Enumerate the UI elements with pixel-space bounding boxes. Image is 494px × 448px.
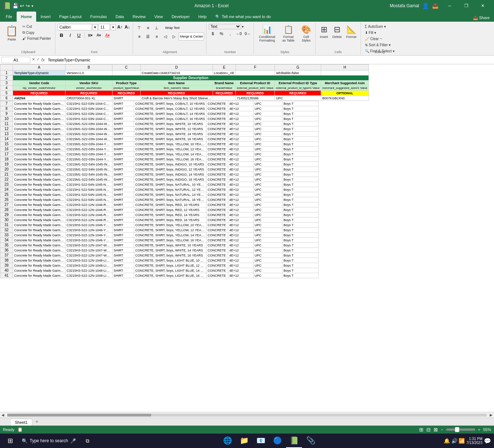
cell-H8[interactable]: Boys T — [282, 106, 319, 111]
cell-B36[interactable]: C3215H3-S22-12N-1047-WHITE-14 YEARS — [65, 248, 112, 253]
cell-G31[interactable]: UPC — [254, 223, 282, 228]
cell-G29[interactable]: UPC — [254, 212, 282, 217]
cell-F34[interactable]: 4E+12 — [228, 238, 254, 243]
cell-H26[interactable]: Boys T — [282, 197, 319, 202]
cell-H12[interactable]: Boys T — [282, 126, 319, 132]
cell-E28[interactable]: CONCRETE — [206, 207, 228, 212]
cell-E14[interactable]: CONCRETE — [206, 137, 228, 142]
cell-c5[interactable]: REQUIRED — [112, 91, 141, 96]
comma-button[interactable]: , — [226, 30, 234, 37]
cell-F14[interactable]: 4E+12 — [228, 137, 254, 142]
cell-H19[interactable]: Boys T — [282, 162, 319, 167]
row-num-5[interactable]: 5 — [0, 91, 13, 96]
clear-button[interactable]: 🧹 Clear ~ — [363, 36, 384, 42]
cell-C21[interactable]: SHIRT — [112, 172, 134, 177]
wrap-text-button[interactable]: Wrap Text — [161, 24, 183, 32]
cell-G35[interactable]: UPC — [254, 243, 282, 248]
decrease-indent-button[interactable]: ◁ — [161, 33, 169, 40]
cell-A17[interactable]: Concrete for Ready Made Garments, cg_app… — [13, 152, 65, 157]
row-num-7[interactable]: 7 — [0, 101, 13, 106]
cell-H18[interactable]: Boys T — [282, 157, 319, 162]
align-center-button[interactable]: ☰ — [144, 33, 152, 40]
cell-A29[interactable]: Concrete for Ready Made Garments, cg_app… — [13, 212, 65, 217]
row-num-39[interactable]: 39 — [0, 263, 13, 268]
row-num-12[interactable]: 12 — [0, 126, 13, 132]
taskbar-edge[interactable]: 🌐 — [220, 434, 235, 448]
cell-B8[interactable]: C3215H1-S22-03N-1044-COBALT-12 YEARS — [65, 106, 112, 111]
cell-G37[interactable]: UPC — [254, 253, 282, 258]
cell-D27[interactable]: CONCRETE, SHIRT, boys, RED, 10 YEARS — [134, 202, 206, 207]
row-num-41[interactable]: 41 — [0, 273, 13, 278]
italic-button[interactable]: I — [66, 31, 74, 39]
cell-B15[interactable]: C3215M1-S22-03N-1044-YELLOW-10 YEARS — [65, 142, 112, 147]
cell-A32[interactable]: Concrete for Ready Made Garments, cg_app… — [13, 228, 65, 233]
cell-H29[interactable]: Boys T — [282, 212, 319, 217]
cell-B29[interactable]: C3215H3-S22-12N-1046-RED-14 YEARS — [65, 212, 112, 217]
cell-H34[interactable]: Boys T — [282, 238, 319, 243]
scroll-thumb[interactable] — [7, 414, 151, 417]
cell-B13[interactable]: C3215M1-S22-03N-1044-WHITE-14 YEARS — [65, 132, 112, 137]
cell-d6[interactable]: Croft & Barrow Men's Maisy Boy Short Sle… — [140, 96, 213, 101]
cell-C9[interactable]: SHIRT — [112, 111, 134, 116]
cell-C18[interactable]: SHIRT — [112, 157, 134, 162]
format-painter-button[interactable]: 🖌 Format Painter — [21, 36, 53, 41]
row-num-30[interactable]: 30 — [0, 217, 13, 223]
cell-D16[interactable]: CONCRETE, SHIRT, boys, YELLOW, 12 YEARS — [134, 147, 206, 152]
cell-F27[interactable]: 4E+12 — [228, 202, 254, 207]
cell-d4[interactable]: item_name#1 Value — [140, 86, 213, 91]
col-header-e[interactable]: E — [213, 65, 235, 70]
cell-F22[interactable]: 4E+12 — [228, 177, 254, 182]
cell-G32[interactable]: UPC — [254, 228, 282, 233]
taskbar-file-explorer[interactable]: 📁 — [236, 434, 252, 448]
scroll-track[interactable] — [7, 414, 487, 417]
cell-G24[interactable]: UPC — [254, 187, 282, 192]
cell-E9[interactable]: CONCRETE — [206, 111, 228, 116]
cell-B34[interactable]: C3215H3-S22-12N-1046-YELLOW-16 YEARS — [65, 238, 112, 243]
cell-c1[interactable] — [112, 70, 141, 76]
cell-G12[interactable]: UPC — [254, 126, 282, 132]
cell-D36[interactable]: CONCRETE, SHIRT, boys, WHITE, 14 YEARS — [134, 248, 206, 253]
cell-d3[interactable]: Item Name — [140, 81, 213, 86]
cell-G16[interactable]: UPC — [254, 147, 282, 152]
cell-D38[interactable]: CONCRETE, SHIRT, boys, LIGHT BLUE, 10 YE… — [134, 258, 206, 263]
cell-D30[interactable]: CONCRETE, SHIRT, boys, RED, 16 YEARS — [134, 217, 206, 223]
cell-H9[interactable]: Boys T — [282, 111, 319, 116]
cell-E12[interactable]: CONCRETE — [206, 126, 228, 132]
cell-H28[interactable]: Boys T — [282, 207, 319, 212]
delete-button[interactable]: ⊟ Delete — [331, 24, 344, 40]
cell-F41[interactable]: 4E+12 — [228, 273, 254, 278]
taskbar-outlook[interactable]: 📧 — [253, 434, 269, 448]
cell-A40[interactable]: Concrete for Ready Made Garments, cg_app… — [13, 268, 65, 273]
cell-C27[interactable]: SHIRT — [112, 202, 134, 207]
cell-H27[interactable]: Boys T — [282, 202, 319, 207]
cell-B33[interactable]: C3215H3-S22-12N-1046-YELLOW-14 YEARS — [65, 233, 112, 238]
cell-C12[interactable]: SHIRT — [112, 126, 134, 132]
cell-A31[interactable]: Concrete for Ready Made Garments, cg_app… — [13, 223, 65, 228]
cell-E41[interactable]: CONCRETE — [206, 273, 228, 278]
cell-B14[interactable]: C3215M1-S22-03N-1044-WHITE-16 YEARS — [65, 137, 112, 142]
cell-A18[interactable]: Concrete for Ready Made Garments, cg_app… — [13, 157, 65, 162]
tab-tell-me[interactable]: 🔍 Tell me what you want to do — [211, 12, 275, 22]
cell-E38[interactable]: CONCRETE — [206, 258, 228, 263]
cell-D40[interactable]: CONCRETE, SHIRT, boys, LIGHT BLUE, 14 YE… — [134, 268, 206, 273]
cell-G22[interactable]: UPC — [254, 177, 282, 182]
tab-review[interactable]: Review — [128, 12, 150, 22]
cell-C24[interactable]: SHIRT — [112, 187, 134, 192]
cell-H17[interactable]: Boys T — [282, 152, 319, 157]
conditional-formatting-button[interactable]: 📊 Conditional Formatting — [256, 24, 278, 43]
row-num-23[interactable]: 23 — [0, 182, 13, 187]
cell-G40[interactable]: UPC — [254, 268, 282, 273]
cell-G26[interactable]: UPC — [254, 197, 282, 202]
row-num-1[interactable]: 1 — [0, 70, 13, 76]
cell-B40[interactable]: C3215H3-S22-12N-1048-LIGHT BLUE-14 YEARS — [65, 268, 112, 273]
cell-D41[interactable]: CONCRETE, SHIRT, boys, LIGHT BLUE, 16 YE… — [134, 273, 206, 278]
row-num-15[interactable]: 15 — [0, 142, 13, 147]
cell-f4[interactable]: external_product_id#1 Value — [235, 86, 274, 91]
cell-b1[interactable]: Version=1.0 — [65, 70, 112, 76]
cell-G10[interactable]: UPC — [254, 116, 282, 121]
cell-F10[interactable]: 4E+12 — [228, 116, 254, 121]
cell-F17[interactable]: 4E+12 — [228, 152, 254, 157]
share-button[interactable]: 📤 Share — [469, 14, 494, 22]
cell-C33[interactable]: SHIRT — [112, 233, 134, 238]
col-header-c[interactable]: C — [112, 65, 141, 70]
